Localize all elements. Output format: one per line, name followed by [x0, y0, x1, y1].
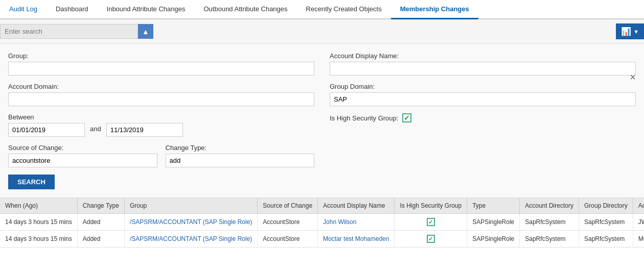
date-range-row: Between and x [8, 113, 314, 137]
filter-panel-wrapper: × Group: Account Domain: Between and [0, 44, 644, 198]
and-input[interactable] [106, 123, 183, 137]
cell-account-display: John Wilson [318, 214, 395, 231]
group-domain-row: Group Domain: [330, 83, 636, 106]
col-account-directory: Account Directory [520, 198, 579, 214]
results-table-wrapper: When (Ago) Change Type Group Source of C… [0, 198, 644, 248]
col-group: Group [124, 198, 257, 214]
cell-group-directory: SapRfcSystem [579, 231, 633, 248]
source-of-change-group: Source of Change: [8, 144, 157, 167]
source-change-type-row: Source of Change: Change Type: [8, 144, 314, 167]
between-label: Between [8, 113, 85, 121]
search-input[interactable] [0, 24, 138, 39]
account-domain-label: Account Domain: [8, 83, 314, 90]
tab-dashboard[interactable]: Dashboard [47, 0, 98, 19]
excel-icon: 📊 [621, 27, 631, 36]
tab-recently-created[interactable]: Recently Created Objects [297, 0, 391, 19]
cell-when: 14 days 3 hours 15 mins [0, 231, 77, 248]
cell-type: SAPSingleRole [467, 231, 520, 248]
cell-group-directory: SapRfcSystem [579, 214, 633, 231]
cell-group: /SAPSRM/ACCOUNTANT (SAP Single Role) [124, 231, 257, 248]
col-acco: Acco [633, 198, 644, 214]
change-type-group: Change Type: [166, 144, 315, 167]
between-group: Between [8, 113, 85, 137]
col-high-security: Is High Security Group [395, 198, 467, 214]
high-security-label: Is High Security Group: [330, 114, 398, 122]
group-label: Group: [8, 52, 314, 60]
row-high-security-checkbox: ✓ [427, 218, 435, 226]
table-header-row: When (Ago) Change Type Group Source of C… [0, 198, 644, 214]
results-table: When (Ago) Change Type Group Source of C… [0, 198, 644, 248]
tab-inbound[interactable]: Inbound Attribute Changes [98, 0, 195, 19]
group-input[interactable] [8, 62, 314, 76]
search-input-wrapper: ▲ [0, 24, 308, 39]
close-button[interactable]: × [626, 69, 640, 85]
cell-acco: MOC [633, 231, 644, 248]
search-arrow-button[interactable]: ▲ [138, 24, 153, 39]
cell-change-type: Added [77, 231, 124, 248]
tab-audit-log[interactable]: Audit Log [0, 0, 47, 19]
change-type-label: Change Type: [166, 144, 315, 152]
account-domain-row: Account Domain: [8, 83, 314, 106]
cell-account-display: Moctar test Mohameden [318, 231, 395, 248]
group-link[interactable]: /SAPSRM/ACCOUNTANT (SAP Single Role) [130, 218, 252, 226]
cell-account-directory: SapRfcSystem [520, 231, 579, 248]
col-change-type: Change Type [77, 198, 124, 214]
account-display-link[interactable]: Moctar test Mohameden [323, 235, 389, 242]
col-source: Source of Change [258, 198, 318, 214]
col-type: Type [467, 198, 520, 214]
col-account-display: Account Display Name [318, 198, 395, 214]
export-label: ▼ [633, 29, 639, 35]
account-display-name-input[interactable] [330, 62, 636, 76]
group-domain-label: Group Domain: [330, 83, 636, 90]
account-domain-input[interactable] [8, 92, 314, 106]
tab-outbound[interactable]: Outbound Attribute Changes [195, 0, 297, 19]
change-type-input[interactable] [166, 154, 315, 167]
tab-bar: Audit Log Dashboard Inbound Attribute Ch… [0, 0, 644, 19]
high-security-checkbox[interactable]: ✓ [402, 113, 411, 122]
account-display-name-label: Account Display Name: [330, 52, 636, 60]
cell-source: AccountStore [258, 214, 318, 231]
row-high-security-checkbox: ✓ [427, 235, 435, 243]
tab-membership-changes[interactable]: Membership Changes [391, 0, 478, 19]
checkmark-icon: ✓ [404, 114, 410, 122]
filter-panel: Group: Account Domain: Between and x [0, 44, 644, 198]
export-button[interactable]: 📊 ▼ [616, 23, 644, 39]
cell-group: /SAPSRM/ACCOUNTANT (SAP Single Role) [124, 214, 257, 231]
group-field-row: Group: [8, 52, 314, 76]
search-bar: ▲ 📊 ▼ [0, 19, 644, 44]
cell-source: AccountStore [258, 231, 318, 248]
cell-account-directory: SapRfcSystem [520, 214, 579, 231]
cell-high-security: ✓ [395, 214, 467, 231]
cell-type: SAPSingleRole [467, 214, 520, 231]
col-when: When (Ago) [0, 198, 77, 214]
account-display-name-row: Account Display Name: [330, 52, 636, 76]
table-row: 14 days 3 hours 15 mins Added /SAPSRM/AC… [0, 231, 644, 248]
source-of-change-label: Source of Change: [8, 144, 157, 152]
high-security-row: Is High Security Group: ✓ [330, 113, 636, 122]
group-domain-input[interactable] [330, 92, 636, 106]
and-label: and [90, 125, 101, 133]
col-group-directory: Group Directory [579, 198, 633, 214]
between-input[interactable] [8, 123, 85, 137]
account-display-link[interactable]: John Wilson [323, 218, 356, 226]
cell-change-type: Added [77, 214, 124, 231]
group-link[interactable]: /SAPSRM/ACCOUNTANT (SAP Single Role) [130, 235, 252, 242]
search-button[interactable]: SEARCH [8, 175, 55, 189]
source-of-change-input[interactable] [8, 154, 157, 167]
and-group: x [106, 113, 183, 137]
cell-when: 14 days 3 hours 15 mins [0, 214, 77, 231]
cell-acco: JWIL [633, 214, 644, 231]
table-row: 14 days 3 hours 15 mins Added /SAPSRM/AC… [0, 214, 644, 231]
cell-high-security: ✓ [395, 231, 467, 248]
filter-left: Group: Account Domain: Between and x [8, 52, 330, 189]
arrow-icon: ▲ [142, 28, 149, 36]
filter-right: Account Display Name: Group Domain: Is H… [330, 52, 636, 189]
